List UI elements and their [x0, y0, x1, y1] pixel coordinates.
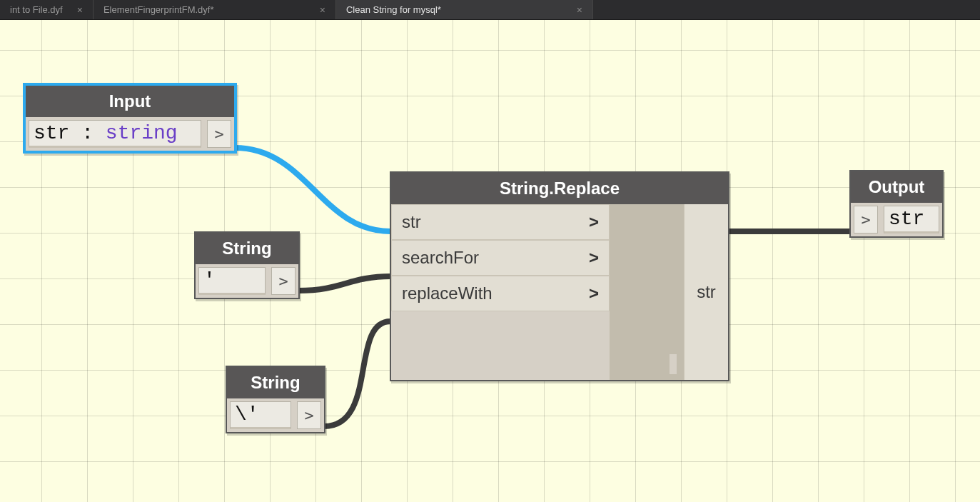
node-title: Input [26, 86, 234, 117]
code-prefix: str : [34, 122, 106, 144]
tab-label: Clean String for mysql* [346, 4, 441, 15]
chevron-right-icon: > [589, 283, 599, 303]
node-title: Output [851, 171, 942, 203]
close-icon[interactable]: × [318, 4, 327, 16]
tab-label: ElementFingerprintFM.dyf* [103, 4, 214, 15]
node-title: String [227, 367, 324, 398]
output-port[interactable]: > [297, 401, 321, 429]
chevron-right-icon: > [589, 212, 599, 232]
input-port[interactable]: > [854, 206, 878, 234]
close-icon[interactable]: × [76, 4, 84, 16]
string-value[interactable]: ' [198, 267, 266, 295]
output-port[interactable]: > [271, 267, 295, 295]
code-type: string [106, 122, 178, 144]
tab-file-2[interactable]: ElementFingerprintFM.dyf* × [94, 0, 336, 19]
input-code[interactable]: str : string [29, 120, 201, 148]
port-label: searchFor [402, 248, 479, 268]
node-string-replace[interactable]: String.Replace str > searchFor > replace… [390, 171, 729, 381]
node-string-2[interactable]: String \' > [226, 366, 325, 433]
node-input[interactable]: Input str : string > [23, 83, 237, 154]
node-title: String.Replace [391, 173, 728, 204]
tab-bar: int to File.dyf × ElementFingerprintFM.d… [0, 0, 980, 20]
input-port-list: str > searchFor > replaceWith > [391, 204, 610, 380]
port-label: str [697, 282, 716, 302]
node-output[interactable]: Output > str [849, 170, 944, 238]
output-value[interactable]: str [884, 206, 939, 234]
graph-canvas[interactable]: Input str : string > String ' > String \… [0, 20, 980, 502]
node-body-spacer [610, 204, 684, 380]
port-output-str[interactable]: str [684, 204, 728, 380]
tab-file-1[interactable]: int to File.dyf × [0, 0, 94, 19]
chevron-right-icon: > [589, 248, 599, 268]
node-string-1[interactable]: String ' > [194, 231, 300, 299]
tab-label: int to File.dyf [10, 4, 63, 15]
port-label: str [402, 212, 421, 232]
port-label: replaceWith [402, 283, 492, 303]
port-searchfor[interactable]: searchFor > [391, 240, 610, 276]
tab-file-3[interactable]: Clean String for mysql* × [336, 0, 593, 19]
node-title: String [196, 233, 298, 264]
port-replacewith[interactable]: replaceWith > [391, 276, 610, 311]
output-port[interactable]: > [207, 120, 231, 148]
port-str[interactable]: str > [391, 204, 610, 240]
resize-grip-icon[interactable] [670, 354, 677, 374]
close-icon[interactable]: × [575, 4, 584, 16]
string-value[interactable]: \' [230, 401, 291, 429]
